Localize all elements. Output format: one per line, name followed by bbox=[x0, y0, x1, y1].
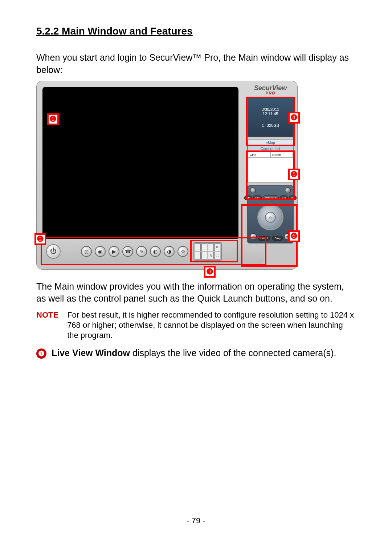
layout-cell[interactable]: N bbox=[208, 252, 214, 259]
ptz-top-left-button[interactable] bbox=[250, 188, 256, 193]
callout-rest: displays the live video of the connected… bbox=[130, 348, 336, 358]
callout-badge-5: ❺ bbox=[288, 169, 300, 180]
gear-icon: ⚙ bbox=[181, 249, 185, 254]
section-heading: 5.2.2 Main Window and Features bbox=[36, 25, 356, 37]
toolbar-button-7[interactable]: ◑ bbox=[164, 246, 175, 257]
home-icon: ⌂ bbox=[269, 214, 272, 220]
layout-cell[interactable] bbox=[201, 252, 207, 259]
page-number: - 79 - bbox=[0, 516, 392, 525]
camera-list-panel: eMap Camera List CH# Name bbox=[247, 140, 294, 182]
layout-selector[interactable]: ⟳ N ⛶ bbox=[193, 242, 222, 261]
tab-emap[interactable]: eMap bbox=[248, 140, 293, 146]
toolbar-button-2[interactable]: ◉ bbox=[95, 246, 106, 257]
ptz-home-button[interactable]: ⌂ bbox=[265, 212, 276, 223]
power-icon: ⏻ bbox=[50, 247, 57, 255]
col-ch: CH# bbox=[248, 152, 270, 158]
callout-badge-2: ❷ bbox=[34, 233, 46, 245]
callout-badge-3: ❸ bbox=[204, 266, 216, 278]
col-name: Name bbox=[270, 152, 293, 158]
play-button[interactable]: ▶ bbox=[109, 246, 119, 257]
callout-badge-6: ❻ bbox=[288, 230, 300, 242]
camera-list-body[interactable] bbox=[248, 158, 293, 182]
note-block: NOTE For best result, it is higher recom… bbox=[36, 310, 356, 340]
side-panel: SecurView PRO 3/30/2011 12:11:45 C: 320G… bbox=[247, 85, 294, 266]
toolbar-button-4[interactable]: ☎ bbox=[122, 246, 133, 257]
zoom-out-button[interactable]: − bbox=[250, 233, 257, 240]
main-window-figure: ⏻ ◎ ◉ ▶ ☎ ✎ ◐ ◑ ⚙ ⟳ N ⛶ SecurVi bbox=[36, 81, 298, 270]
callout-item-1: ❶ Live View Window displays the live vid… bbox=[36, 347, 356, 359]
callout-badge-1: ❶ bbox=[47, 113, 59, 125]
note-text: For best result, it is higher recommende… bbox=[67, 310, 356, 340]
layout-cell[interactable]: ⟳ bbox=[215, 243, 220, 251]
body-paragraph: The Main window provides you with the in… bbox=[36, 281, 356, 305]
info-date: 3/30/2011 bbox=[262, 107, 279, 112]
live-view-window[interactable] bbox=[42, 87, 238, 239]
toolbar-button-5[interactable]: ✎ bbox=[136, 246, 147, 257]
preset-off-right[interactable]: off bbox=[289, 196, 297, 200]
layout-cell[interactable] bbox=[201, 243, 207, 251]
ptz-top-right-button[interactable] bbox=[285, 188, 291, 193]
toolbar-button-6[interactable]: ◐ bbox=[150, 246, 161, 257]
brand-main: SecurView bbox=[254, 84, 287, 92]
preset-label: PRESET bbox=[263, 196, 279, 200]
layout-cell[interactable]: ⛶ bbox=[215, 252, 220, 259]
power-button[interactable]: ⏻ bbox=[46, 244, 61, 259]
quick-launch-toolbar: ⏻ ◎ ◉ ▶ ☎ ✎ ◐ ◑ ⚙ ⟳ N ⛶ bbox=[42, 239, 264, 264]
app-frame: ⏻ ◎ ◉ ▶ ☎ ✎ ◐ ◑ ⚙ ⟳ N ⛶ SecurVi bbox=[36, 81, 298, 270]
note-label: NOTE bbox=[36, 310, 58, 340]
preset-off-left[interactable]: off bbox=[244, 196, 252, 200]
ptz-wheel[interactable]: ⌂ bbox=[257, 204, 283, 230]
preset-go[interactable]: Go bbox=[280, 196, 288, 200]
ptz-panel: off Set PRESET Go off ⌂ Patrol Stop − + bbox=[247, 185, 294, 243]
settings-button[interactable]: ⚙ bbox=[177, 246, 188, 257]
brand-sub: PRO bbox=[247, 91, 294, 95]
callout-num-icon: ❶ bbox=[36, 348, 46, 359]
toolbar-button-1[interactable]: ◎ bbox=[81, 246, 92, 257]
info-storage: C: 320GB bbox=[262, 123, 279, 128]
tab-camera-list[interactable]: Camera List bbox=[248, 146, 293, 152]
brand-logo: SecurView PRO bbox=[247, 85, 294, 95]
preset-set[interactable]: Set bbox=[253, 196, 262, 200]
intro-paragraph: When you start and login to SecurView™ P… bbox=[36, 52, 356, 76]
system-info-box: 3/30/2011 12:11:45 C: 320GB bbox=[247, 97, 294, 137]
ptz-patrol[interactable]: Patrol bbox=[258, 236, 270, 241]
layout-cell[interactable] bbox=[208, 243, 214, 251]
callout-badge-4: ❹ bbox=[288, 112, 300, 124]
layout-cell[interactable] bbox=[195, 252, 201, 259]
info-time: 12:11:45 bbox=[262, 112, 279, 116]
callout-bold: Live View Window bbox=[52, 348, 130, 358]
layout-cell[interactable] bbox=[195, 243, 201, 251]
ptz-stop[interactable]: Stop bbox=[272, 236, 282, 241]
